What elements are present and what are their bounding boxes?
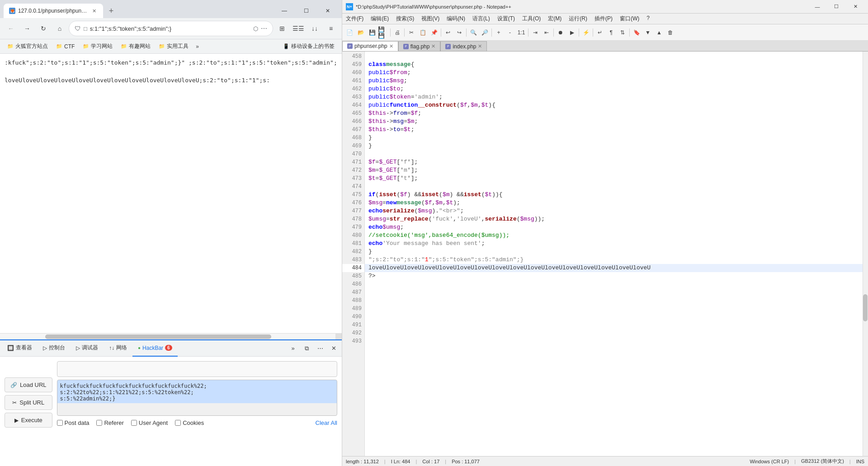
menu-run[interactable]: 运行(R) xyxy=(565,14,591,24)
editor-minimize-button[interactable]: — xyxy=(808,2,826,12)
menu-language[interactable]: 语言(L) xyxy=(469,14,494,24)
bookmark-tools[interactable]: 📁 实用工具 xyxy=(155,41,192,52)
editor-maximize-button[interactable]: ☐ xyxy=(827,2,845,12)
home-button[interactable]: ⌂ xyxy=(52,21,67,36)
find-button[interactable]: 🔍 xyxy=(468,27,479,38)
bookmark-prev-button[interactable]: ▲ xyxy=(654,27,665,38)
menu-tools[interactable]: 工具(O) xyxy=(519,14,544,24)
downloads-button[interactable]: ↓↓ xyxy=(307,21,322,36)
menu-file[interactable]: 文件(F) xyxy=(342,14,367,24)
cut-button[interactable]: ✂ xyxy=(406,27,417,38)
menu-edit[interactable]: 编辑(E) xyxy=(367,14,392,24)
menu-window[interactable]: 窗口(W) xyxy=(616,14,643,24)
menu-button[interactable]: ≡ xyxy=(324,21,338,36)
save-file-button[interactable]: 💾 xyxy=(367,27,377,38)
clear-all-button[interactable]: Clear All xyxy=(316,419,337,426)
menu-macro[interactable]: 宏(M) xyxy=(544,14,565,24)
menu-view[interactable]: 视图(V) xyxy=(418,14,443,24)
maximize-button[interactable]: ☐ xyxy=(296,4,316,18)
referer-checkbox[interactable]: Referer xyxy=(96,419,123,426)
word-wrap-button[interactable]: ↵ xyxy=(594,27,605,38)
code-editor[interactable]: 4584594604614624634644654664674684694704… xyxy=(342,52,868,456)
tab-debugger[interactable]: ▷ 调试器 xyxy=(71,340,104,357)
tab-flag[interactable]: P flag.php ✕ xyxy=(398,41,441,51)
tab-index[interactable]: P index.php ✕ xyxy=(440,41,487,51)
tab-network[interactable]: ↑↓ 网络 xyxy=(104,340,132,357)
dock-button[interactable]: ⧉ xyxy=(300,342,313,355)
menu-plugins[interactable]: 插件(P) xyxy=(591,14,616,24)
forward-button[interactable]: → xyxy=(20,21,34,36)
reload-button[interactable]: ↻ xyxy=(36,21,51,36)
user-agent-checkbox[interactable]: User Agent xyxy=(131,419,168,426)
tab-close-button[interactable]: ✕ xyxy=(90,7,98,14)
bookmark-ctf[interactable]: 📁 CTF xyxy=(52,42,78,51)
macro-play-button[interactable]: ▶ xyxy=(566,27,577,38)
post-data-checkbox[interactable]: Post data xyxy=(57,419,90,426)
bookmark-toggle-button[interactable]: 🔖 xyxy=(631,27,642,38)
undo-button[interactable]: ↩ xyxy=(443,27,453,38)
copy-button[interactable]: 📋 xyxy=(417,27,428,38)
back-button[interactable]: ← xyxy=(4,21,18,36)
tab-close-index[interactable]: ✕ xyxy=(478,43,482,49)
unindent-button[interactable]: ⇤ xyxy=(541,27,552,38)
redo-button[interactable]: ↪ xyxy=(454,27,465,38)
settings-button[interactable]: ⋯ xyxy=(314,342,326,355)
close-devtools-button[interactable]: ✕ xyxy=(327,342,340,355)
horizontal-scrollbar[interactable] xyxy=(0,333,342,339)
bookmarks-more-button[interactable]: » xyxy=(193,42,202,51)
mobile-bookmarks[interactable]: 📱 移动设备上的书签 xyxy=(279,41,338,52)
bookmark-next-button[interactable]: ▼ xyxy=(642,27,653,38)
execute-button[interactable]: ▶ Execute xyxy=(5,413,52,428)
close-button[interactable]: ✕ xyxy=(317,4,338,18)
cookies-check[interactable] xyxy=(175,420,181,426)
sync-button[interactable]: ☰☰ xyxy=(291,21,306,36)
browser-tab[interactable]: 🦊 127.0.0.1/phpunser/phpunser.ph… ✕ xyxy=(4,4,103,18)
paste-button[interactable]: 📌 xyxy=(429,27,439,38)
menu-search[interactable]: 搜索(S) xyxy=(392,14,418,24)
zoom-out-button[interactable]: - xyxy=(505,27,515,38)
macro-record-button[interactable]: ⏺ xyxy=(555,27,566,38)
scroll-thumb[interactable] xyxy=(45,334,271,339)
address-bar[interactable]: 🛡 □ s:1:"1";s:5:"token";s:5:"admin";} ⬡ … xyxy=(69,21,273,36)
hackbar-payload-input[interactable]: kfuckfuckfuckfuckfuckfuckfuckfuckfuckfuc… xyxy=(57,380,337,416)
bookmark-mobile[interactable]: 📱 移动设备上的书签 xyxy=(279,41,338,52)
bookmark-clear-button[interactable]: 🗑 xyxy=(665,27,676,38)
find-replace-button[interactable]: 🔎 xyxy=(479,27,490,38)
scroll-thumb[interactable] xyxy=(863,294,868,321)
load-url-button[interactable]: 🔗 Load URL xyxy=(5,377,52,392)
minimize-button[interactable]: — xyxy=(274,4,295,18)
tab-phpunser[interactable]: P phpunser.php ✕ xyxy=(342,41,398,51)
referer-check[interactable] xyxy=(96,420,102,426)
vertical-scrollbar[interactable] xyxy=(863,52,868,456)
print-button[interactable]: 🖨 xyxy=(392,27,403,38)
tab-hackbar[interactable]: ● HackBar 6 xyxy=(132,340,178,357)
editor-close-button[interactable]: ✕ xyxy=(846,2,864,12)
cookies-checkbox[interactable]: Cookies xyxy=(175,419,204,426)
tab-inspector[interactable]: 🔲 查看器 xyxy=(2,340,38,357)
new-file-button[interactable]: 📄 xyxy=(344,27,355,38)
menu-settings[interactable]: 设置(T) xyxy=(494,14,519,24)
bookmark-fun[interactable]: 📁 有趣网站 xyxy=(117,41,154,52)
indent-button[interactable]: ⇥ xyxy=(530,27,541,38)
menu-encoding[interactable]: 编码(N) xyxy=(443,14,469,24)
user-agent-check[interactable] xyxy=(131,420,137,426)
bookmark-firefox[interactable]: 📁 火狐官方站点 xyxy=(4,41,52,52)
sync-scroll-button[interactable]: ⇅ xyxy=(617,27,628,38)
zoom-in-button[interactable]: + xyxy=(493,27,504,38)
show-all-chars-button[interactable]: ¶ xyxy=(606,27,617,38)
open-file-button[interactable]: 📂 xyxy=(355,27,366,38)
extensions-button[interactable]: ⊞ xyxy=(275,21,289,36)
menu-help[interactable]: ? xyxy=(643,14,653,24)
more-tabs-button[interactable]: » xyxy=(287,342,299,355)
split-url-button[interactable]: ✂ Split URL xyxy=(5,395,52,410)
run-button[interactable]: ⚡ xyxy=(580,27,591,38)
zoom-reset-button[interactable]: 1:1 xyxy=(516,27,527,38)
tab-console[interactable]: ▷ 控制台 xyxy=(38,340,71,357)
post-data-check[interactable] xyxy=(57,420,63,426)
bookmark-study[interactable]: 📁 学习网站 xyxy=(79,41,116,52)
tab-close-flag[interactable]: ✕ xyxy=(431,43,435,49)
hackbar-main-url[interactable] xyxy=(57,361,337,377)
new-tab-button[interactable]: + xyxy=(105,5,118,17)
save-all-button[interactable]: 💾💾 xyxy=(378,27,389,38)
tab-close-phpunser[interactable]: ✕ xyxy=(389,43,393,49)
